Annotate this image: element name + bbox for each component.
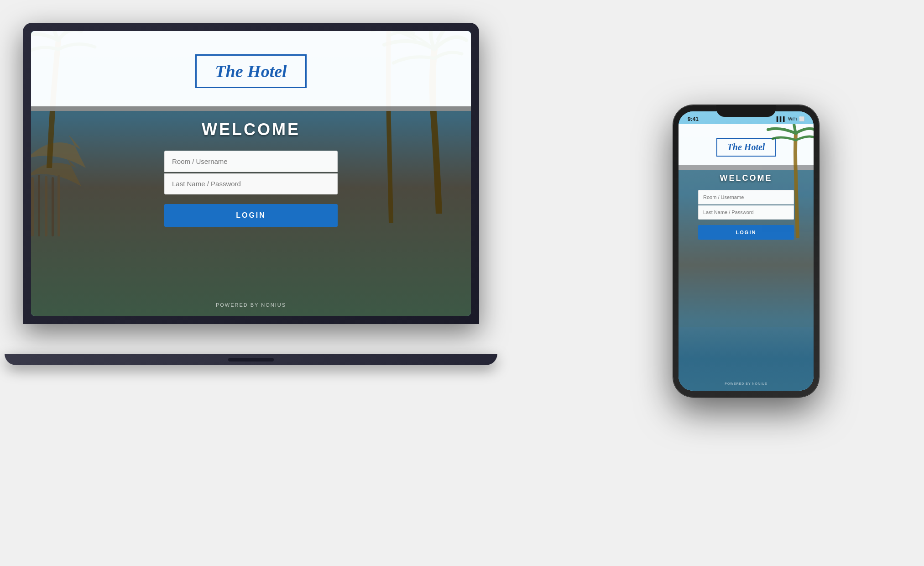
phone-time: 9:41 [688,116,699,122]
phone-notch [716,105,776,117]
laptop-header: The Hotel [31,31,471,111]
laptop-login-button[interactable]: LOGIN [164,204,338,227]
laptop-login-panel: WELCOME LOGIN POWERED BY NONIUS [31,106,471,316]
battery-icon: ⬜ [799,116,804,121]
laptop-login-form: LOGIN [164,151,338,227]
laptop-welcome-title: WELCOME [202,120,300,139]
laptop-hotel-logo: The Hotel [195,54,306,88]
laptop-base [5,354,497,365]
phone-hotel-name: The Hotel [727,142,765,152]
laptop-powered-by: POWERED BY NONIUS [216,302,286,308]
laptop-screen: The Hotel WELCOME LOGIN POWERED BY NONIU… [31,31,471,316]
phone-device: 9:41 ▌▌▌ WiFi ⬜ [673,105,819,397]
laptop-room-input[interactable] [164,151,338,172]
phone-status-icons: ▌▌▌ WiFi ⬜ [777,116,804,121]
phone-powered-by: POWERED BY NONIUS [725,382,767,385]
wifi-icon: WiFi [788,116,797,121]
laptop-hotel-name: The Hotel [215,61,287,81]
laptop-device: The Hotel WELCOME LOGIN POWERED BY NONIU… [23,23,502,365]
phone-body: 9:41 ▌▌▌ WiFi ⬜ [673,105,819,397]
laptop-password-input[interactable] [164,173,338,194]
laptop-body: The Hotel WELCOME LOGIN POWERED BY NONIU… [23,23,479,324]
scene: The Hotel WELCOME LOGIN POWERED BY NONIU… [0,0,924,566]
phone-screen: 9:41 ▌▌▌ WiFi ⬜ [679,111,814,391]
signal-icon: ▌▌▌ [777,116,786,121]
